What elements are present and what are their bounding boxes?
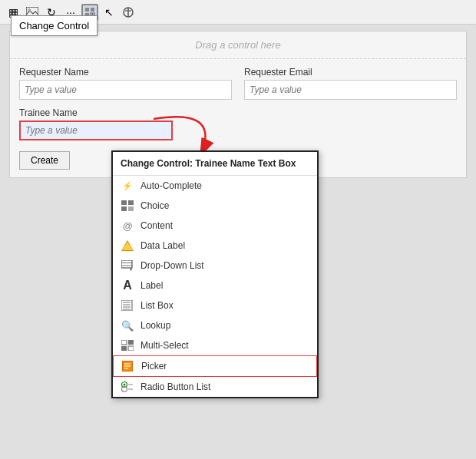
picker-item[interactable]: Picker [113,355,317,377]
svg-rect-11 [128,200,134,205]
requester-name-input[interactable] [19,80,232,100]
listbox-item[interactable]: List Box [113,296,317,315]
multiselect-label: Multi-Select [140,340,189,351]
radiolist-icon [121,381,134,393]
picker-label: Picker [141,361,167,371]
svg-rect-16 [121,260,132,268]
svg-rect-26 [128,340,134,345]
choice-item[interactable]: Choice [113,196,317,216]
svg-rect-2 [85,8,89,12]
radiolist-label: Radio Button List [140,381,210,392]
lookup-item[interactable]: 🔍 Lookup [113,315,317,335]
requester-email-label: Requester Email [244,67,457,78]
content-item[interactable]: @ Content [113,216,317,236]
cursor-icon[interactable]: ↖ [101,4,117,21]
dropdown-list-label: Drop-Down List [140,260,204,271]
dropdown-panel: Change Control: Trainee Name Text Box ⚡ … [111,150,319,398]
autocomplete-item[interactable]: ⚡ Auto-Complete [113,176,317,196]
svg-marker-15 [122,242,133,250]
svg-point-1 [28,8,31,12]
svg-rect-12 [121,206,127,211]
autocomplete-icon: ⚡ [121,180,134,192]
label-icon: A [121,279,134,292]
svg-marker-19 [130,269,132,271]
form-row-1: Requester Name Requester Email [19,67,457,100]
trainee-name-group: Trainee Name [19,107,173,140]
svg-rect-28 [128,346,134,351]
trainee-name-label: Trainee Name [19,107,173,118]
requester-email-group: Requester Email [244,67,457,100]
listbox-label: List Box [140,300,174,311]
lookup-icon: 🔍 [121,319,134,332]
datalabel-item[interactable]: Data Label [113,236,317,256]
create-button[interactable]: Create [19,151,70,170]
label-label: Label [140,280,163,291]
tooltip: Change Control [11,15,98,36]
content-icon: @ [121,220,134,232]
svg-rect-27 [121,346,127,351]
requester-name-label: Requester Name [19,67,232,78]
dropdown-title: Change Control: Trainee Name Text Box [113,152,317,176]
choice-label: Choice [140,200,169,211]
tooltip-text: Change Control [19,20,89,31]
datalabel-icon [121,239,134,252]
requester-email-input[interactable] [244,80,457,100]
dropdown-list-icon [121,259,134,272]
requester-name-group: Requester Name [19,67,232,100]
lookup-label: Lookup [140,320,170,331]
svg-rect-25 [121,340,127,345]
svg-rect-13 [128,206,134,211]
svg-point-35 [124,384,126,386]
radiolist-item[interactable]: Radio Button List [113,377,317,397]
listbox-icon [121,299,134,312]
datalabel-label: Data Label [140,240,185,251]
multiselect-icon [121,339,134,352]
plug-icon[interactable] [120,4,137,21]
svg-rect-3 [91,8,94,12]
trainee-name-input[interactable] [19,121,173,140]
dropdown-list-item[interactable]: Drop-Down List [113,256,317,276]
content-label: Content [140,220,173,231]
svg-rect-10 [121,200,127,205]
picker-icon [121,360,135,372]
form-row-2: Trainee Name [19,107,457,140]
multiselect-item[interactable]: Multi-Select [113,335,317,355]
autocomplete-label: Auto-Complete [140,180,202,191]
label-item[interactable]: A Label [113,276,317,296]
choice-icon [121,200,134,212]
